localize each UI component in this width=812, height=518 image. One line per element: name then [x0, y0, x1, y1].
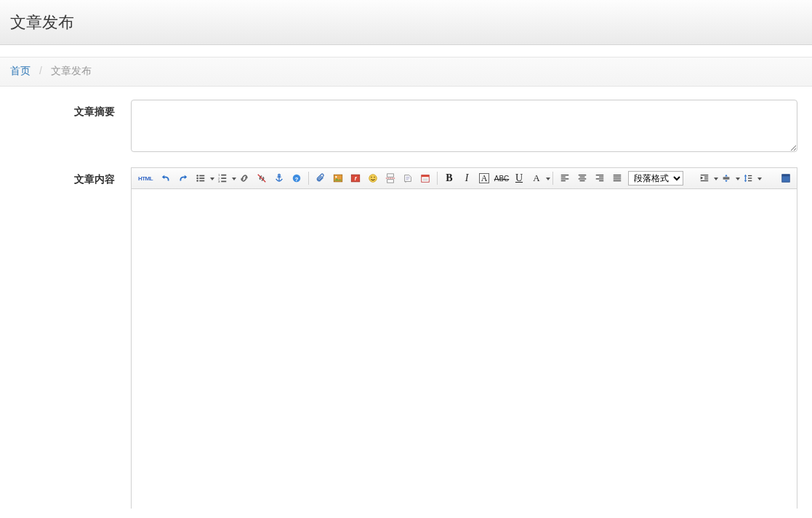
fontcolor-button[interactable]: A: [476, 170, 492, 186]
source-button[interactable]: HTML: [134, 170, 156, 186]
editor-body[interactable]: [132, 189, 797, 509]
format-select[interactable]: 段落格式: [628, 171, 683, 186]
svg-point-2: [196, 178, 198, 180]
pagebreak-icon: [385, 173, 395, 183]
insertcode-button[interactable]: [400, 170, 416, 186]
content-label: 文章内容: [15, 167, 131, 509]
svg-point-16: [293, 175, 301, 183]
ordered-list-button[interactable]: 1 2 3: [214, 170, 235, 186]
emoji-icon: [368, 173, 378, 183]
underline-icon: U: [515, 172, 523, 184]
image-button[interactable]: [330, 170, 346, 186]
removeformat-icon: A: [533, 172, 539, 184]
fullscreen-button[interactable]: [778, 170, 794, 186]
link-button[interactable]: [236, 170, 252, 186]
lineheight-button[interactable]: [740, 170, 760, 186]
alignjustify-button[interactable]: [609, 170, 625, 186]
svg-point-24: [374, 177, 375, 178]
editor-toolbar: HTML: [132, 168, 797, 189]
breadcrumb-separator: /: [39, 65, 42, 76]
html-icon: HTML: [138, 175, 153, 182]
date-icon: [420, 173, 430, 183]
alignright-button[interactable]: [592, 170, 608, 186]
undo-icon: [161, 173, 171, 183]
attach-button[interactable]: [313, 170, 329, 186]
bold-icon: B: [446, 172, 452, 184]
chevron-down-icon: [546, 178, 550, 180]
bold-button[interactable]: B: [441, 170, 457, 186]
fontcolor-icon: A: [479, 173, 490, 183]
undo-button[interactable]: [158, 170, 174, 186]
content-area[interactable]: 文章摘要 文章内容 HTML: [0, 87, 812, 509]
aligncenter-icon: [577, 173, 587, 183]
format-select-wrap: 段落格式: [628, 171, 694, 186]
svg-rect-26: [387, 180, 394, 183]
indent-right-icon: [721, 173, 731, 183]
alignleft-button[interactable]: [557, 170, 573, 186]
attach-icon: [315, 173, 326, 183]
svg-point-13: [278, 174, 281, 176]
underline-button[interactable]: U: [511, 170, 527, 186]
format-select-dropdown[interactable]: [683, 171, 694, 186]
italic-icon: I: [465, 172, 469, 184]
svg-text:?: ?: [295, 176, 299, 183]
unordered-list-button[interactable]: [193, 170, 213, 186]
svg-point-4: [196, 180, 198, 182]
redo-button[interactable]: [175, 170, 191, 186]
toolbar-separator: [308, 172, 309, 185]
svg-rect-32: [422, 175, 430, 178]
alignjustify-icon: [612, 173, 622, 183]
help-icon: ?: [292, 173, 302, 183]
rich-editor: HTML: [131, 167, 797, 509]
svg-rect-11: [221, 181, 226, 183]
image-icon: [333, 173, 343, 183]
content-row: 文章内容 HTML: [15, 167, 797, 509]
italic-button[interactable]: I: [459, 170, 475, 186]
svg-rect-25: [387, 174, 394, 177]
svg-point-23: [371, 177, 372, 178]
unlink-icon: [257, 173, 267, 183]
svg-rect-1: [199, 175, 204, 177]
flash-button[interactable]: f: [347, 170, 363, 186]
svg-rect-9: [221, 178, 226, 179]
page-header: 文章发布: [0, 0, 812, 45]
strike-button[interactable]: ABC: [494, 170, 510, 186]
summary-textarea[interactable]: [131, 100, 797, 152]
svg-rect-63: [782, 175, 790, 177]
redo-icon: [178, 173, 188, 183]
svg-rect-3: [199, 178, 204, 179]
toolbar-separator: [552, 172, 553, 185]
svg-point-22: [369, 175, 377, 183]
ordered-list-icon: 1 2 3: [217, 173, 228, 183]
svg-point-0: [196, 175, 198, 177]
lineheight-icon: [743, 173, 753, 183]
flash-icon: f: [350, 173, 361, 183]
link-icon: [239, 173, 249, 183]
svg-rect-62: [782, 175, 790, 183]
header-gap: [0, 45, 812, 57]
anchor-button[interactable]: [271, 170, 287, 186]
svg-rect-7: [221, 175, 226, 176]
content-control: HTML: [131, 167, 797, 509]
toolbar-separator: [437, 172, 438, 185]
indent-left-button[interactable]: [696, 170, 717, 186]
summary-control: [131, 100, 797, 154]
emoji-button[interactable]: [365, 170, 381, 186]
insertcode-icon: [403, 173, 413, 183]
date-button[interactable]: [417, 170, 433, 186]
svg-rect-5: [199, 180, 204, 182]
svg-rect-31: [422, 175, 430, 183]
svg-rect-20: [351, 175, 359, 182]
unlink-button[interactable]: [254, 170, 270, 186]
pagebreak-button[interactable]: [382, 170, 398, 186]
alignleft-icon: [560, 173, 570, 183]
aligncenter-button[interactable]: [574, 170, 590, 186]
help-button[interactable]: ?: [289, 170, 305, 186]
summary-label: 文章摘要: [15, 100, 131, 154]
breadcrumb-home-link[interactable]: 首页: [10, 65, 31, 76]
svg-line-12: [258, 175, 266, 183]
indent-right-button[interactable]: [718, 170, 739, 186]
breadcrumb-current: 文章发布: [51, 65, 92, 76]
removeformat-button[interactable]: A: [528, 170, 549, 186]
svg-text:3: 3: [218, 180, 220, 183]
